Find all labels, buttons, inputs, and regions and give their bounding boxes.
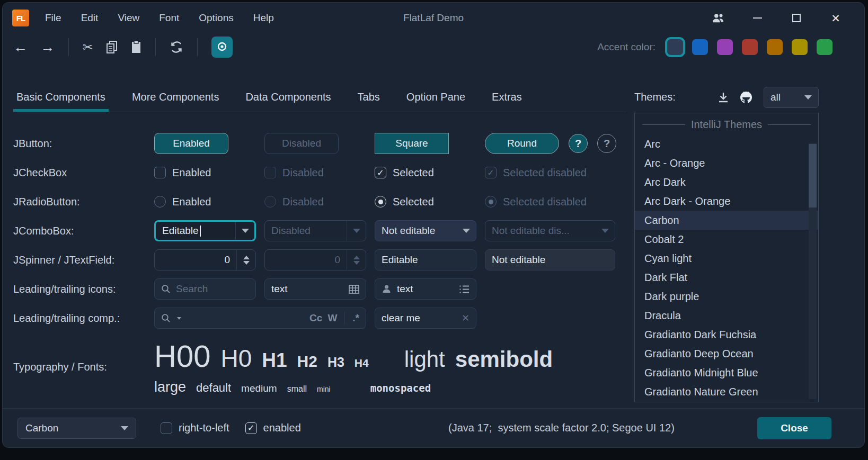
accent-swatch-red[interactable] <box>742 39 758 55</box>
clearable-field[interactable]: clear me ✕ <box>375 308 476 329</box>
theme-item[interactable]: Gradianto Deep Ocean <box>635 344 818 363</box>
square-button[interactable]: Square <box>375 133 449 154</box>
menu-options[interactable]: Options <box>199 12 233 24</box>
accent-swatch-default[interactable] <box>667 39 683 55</box>
jcheckbox-label: JCheckBox <box>13 167 146 179</box>
radio-icon <box>264 196 276 208</box>
app-logo-icon: FL <box>12 10 29 26</box>
radio-selected[interactable]: Selected <box>375 196 476 208</box>
forward-button[interactable]: → <box>40 40 55 55</box>
cut-button[interactable]: ✂ <box>83 41 93 53</box>
back-button[interactable]: ← <box>13 40 28 55</box>
themes-group-header: IntelliJ Themes <box>635 114 818 134</box>
tab-data-components[interactable]: Data Components <box>244 82 332 112</box>
theme-item[interactable]: Arc - Orange <box>635 154 818 173</box>
title-bar: FL File Edit View Font Options Help Flat… <box>3 3 864 33</box>
theme-item-selected[interactable]: Carbon <box>635 211 818 230</box>
textfield-editable[interactable]: Editable <box>375 249 476 270</box>
textfield-user-list[interactable]: text <box>375 278 476 300</box>
combobox-not-editable[interactable]: Not editable <box>375 220 476 241</box>
theme-item[interactable]: Dark Flat <box>635 268 818 287</box>
menu-view[interactable]: View <box>118 12 139 24</box>
combobox-editable[interactable]: Editable <box>154 220 256 241</box>
menu-font[interactable]: Font <box>159 12 179 24</box>
menu-edit[interactable]: Edit <box>81 12 99 24</box>
theme-item[interactable]: Arc Dark <box>635 173 818 192</box>
checkbox-enabled[interactable]: Enabled <box>154 167 256 179</box>
tab-tabs[interactable]: Tabs <box>357 82 381 112</box>
accent-swatch-purple[interactable] <box>717 39 733 55</box>
search-field[interactable]: Search <box>154 278 256 300</box>
accent-swatch-orange[interactable] <box>767 39 783 55</box>
jbutton-label: JButton: <box>13 138 146 150</box>
theme-item[interactable]: Dark purple <box>635 287 818 306</box>
radio-selected-disabled: Selected disabled <box>485 196 624 208</box>
round-button[interactable]: Round <box>485 133 559 154</box>
textfield-table-icon[interactable]: text <box>264 278 366 300</box>
tab-basic-components[interactable]: Basic Components <box>15 82 107 112</box>
close-window-button[interactable]: ✕ <box>829 12 842 24</box>
theme-filter-select[interactable]: all <box>764 87 819 108</box>
maximize-button[interactable] <box>790 12 803 24</box>
rtl-label: right-to-left <box>179 422 229 434</box>
spinner-up-icon[interactable] <box>243 256 250 259</box>
chevron-down-icon[interactable] <box>463 229 470 233</box>
minimize-button[interactable] <box>751 12 764 24</box>
spinner-down-icon[interactable] <box>243 261 250 265</box>
theme-item[interactable]: Gradianto Midnight Blue <box>635 363 818 382</box>
theme-item[interactable]: Dracula <box>635 306 818 325</box>
users-icon[interactable] <box>712 12 724 24</box>
tab-extras[interactable]: Extras <box>491 82 523 112</box>
checkbox-label: Enabled <box>172 167 211 179</box>
enabled-button[interactable]: Enabled <box>154 133 228 154</box>
menu-help[interactable]: Help <box>253 12 274 24</box>
help-button-outline[interactable]: ? <box>597 134 616 153</box>
radio-enabled[interactable]: Enabled <box>154 196 256 208</box>
menu-file[interactable]: File <box>45 12 61 24</box>
accent-swatch-blue[interactable] <box>692 39 708 55</box>
spinner-value[interactable]: 0 <box>155 254 236 266</box>
close-button[interactable]: Close <box>757 417 831 439</box>
jspinner-label: JSpinner / JTextField: <box>13 254 146 266</box>
enabled-checkbox[interactable]: ✓ enabled <box>245 422 301 434</box>
themes-scrollbar-thumb[interactable] <box>809 144 817 208</box>
spinner-enabled[interactable]: 0 <box>154 249 256 270</box>
regex-button[interactable]: .* <box>352 312 359 324</box>
theme-item[interactable]: Gradianto Dark Fuchsia <box>635 325 818 344</box>
refresh-button[interactable] <box>170 40 183 54</box>
enabled-label: enabled <box>263 422 301 434</box>
checkbox-selected[interactable]: ✓ Selected <box>375 167 476 179</box>
search-field-with-options[interactable]: Cc W .* <box>154 308 366 329</box>
tab-more-components[interactable]: More Components <box>131 82 220 112</box>
theme-item[interactable]: Cobalt 2 <box>635 230 818 249</box>
inspect-toggle-button[interactable] <box>211 37 233 58</box>
radio-label: Enabled <box>172 196 211 208</box>
match-case-button[interactable]: Cc <box>309 312 322 324</box>
theme-item[interactable]: Gradianto Nature Green <box>635 382 818 401</box>
tab-option-pane[interactable]: Option Pane <box>405 82 466 112</box>
theme-item[interactable]: Cyan light <box>635 249 818 268</box>
paste-button[interactable] <box>131 40 141 54</box>
h00-sample: H00 <box>154 338 210 374</box>
accent-color-group: Accent color: <box>597 39 854 55</box>
text-caret <box>200 226 201 237</box>
github-button[interactable] <box>739 91 753 104</box>
chevron-down-icon[interactable] <box>242 229 249 233</box>
checkbox-label: Disabled <box>282 167 324 179</box>
help-button-filled[interactable]: ? <box>569 134 588 153</box>
theme-select[interactable]: Carbon <box>17 418 136 439</box>
copy-button[interactable] <box>105 40 118 54</box>
accent-swatch-green[interactable] <box>817 39 832 55</box>
themes-list[interactable]: IntelliJ Themes Arc Arc - Orange Arc Dar… <box>634 113 819 402</box>
app-window: FL File Edit View Font Options Help Flat… <box>2 2 865 448</box>
chevron-down-icon[interactable] <box>177 317 181 320</box>
clear-icon[interactable]: ✕ <box>462 312 470 324</box>
spinner-arrows[interactable] <box>236 250 255 270</box>
theme-item[interactable]: Arc Dark - Orange <box>635 192 818 211</box>
rtl-checkbox[interactable]: right-to-left <box>161 422 229 434</box>
theme-item[interactable]: Arc <box>635 134 818 154</box>
accent-swatch-yellow[interactable] <box>792 39 808 55</box>
whole-word-button[interactable]: W <box>327 312 337 324</box>
download-themes-button[interactable] <box>717 91 730 104</box>
table-icon <box>349 285 359 294</box>
